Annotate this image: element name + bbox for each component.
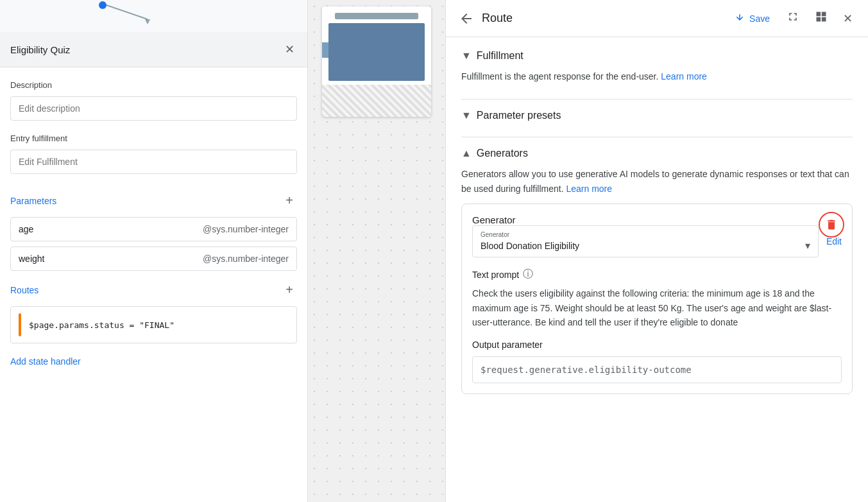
middle-canvas: [308, 0, 446, 502]
panel-title: Eligibility Quiz: [10, 44, 70, 55]
right-header-title: Route: [482, 12, 720, 25]
parameters-label: Parameters: [10, 196, 56, 206]
fulfillment-heading: Fulfillment: [477, 50, 523, 62]
canvas-card-side: [322, 42, 328, 58]
add-route-button[interactable]: +: [282, 281, 297, 299]
generator-card-title: Generator: [472, 214, 516, 225]
svg-marker-2: [145, 19, 150, 24]
edit-generator-button[interactable]: Edit: [826, 236, 842, 247]
close-button[interactable]: ✕: [282, 40, 297, 59]
grid-button[interactable]: [812, 8, 830, 29]
svg-line-1: [106, 5, 148, 19]
generators-section: ▲ Generators Generators allow you to use…: [461, 148, 853, 394]
route-text: $page.params.status = "FINAL": [29, 320, 174, 330]
output-label: Output parameter: [472, 340, 842, 350]
save-label: Save: [749, 13, 770, 24]
panel-body: Description Entry fulfillment Parameters…: [0, 67, 307, 502]
canvas-card: [322, 6, 431, 117]
header-icons: ✕: [784, 8, 855, 29]
routes-row: Routes +: [10, 281, 297, 299]
svg-point-0: [99, 1, 106, 9]
generators-learn-more-link[interactable]: Learn more: [566, 184, 612, 194]
generators-heading: Generators: [477, 148, 528, 159]
parameters-section: Parameters + age @sys.number-integer wei…: [10, 192, 297, 271]
close-right-button[interactable]: ✕: [840, 9, 855, 28]
parameter-presets-header: ▼ Parameter presets: [461, 110, 853, 121]
left-panel: Eligibility Quiz ✕ Description Entry ful…: [0, 0, 308, 502]
info-icon[interactable]: ⓘ: [523, 268, 533, 281]
routes-label: Routes: [10, 285, 38, 295]
canvas-card-footer: [322, 85, 431, 117]
param-age-type: @sys.number-integer: [203, 224, 289, 234]
add-parameter-button[interactable]: +: [282, 192, 297, 209]
select-text: Blood Donation Eligibility: [481, 241, 579, 251]
generator-card: Generator Generator Blood Donation Eligi…: [461, 203, 853, 394]
text-prompt-label: Text prompt ⓘ: [472, 268, 842, 281]
right-panel: Route Save ✕ ▼: [446, 0, 868, 502]
param-age-name: age: [19, 224, 203, 234]
prompt-text: Check the users eligibility against the …: [472, 286, 842, 329]
parameter-presets-chevron[interactable]: ▼: [461, 110, 472, 121]
fulfillment-chevron[interactable]: ▼: [461, 50, 472, 62]
select-value: Blood Donation Eligibility ▾: [481, 239, 810, 252]
chevron-down-icon: ▾: [805, 239, 810, 252]
generator-select-wrapper[interactable]: Generator Blood Donation Eligibility ▾: [472, 225, 819, 257]
parameter-presets-section: ▼ Parameter presets: [461, 110, 853, 121]
select-label: Generator: [481, 231, 810, 238]
save-button[interactable]: Save: [728, 9, 776, 28]
right-header: Route Save ✕: [446, 0, 868, 37]
param-weight-row: weight @sys.number-integer: [10, 247, 297, 271]
param-weight-type: @sys.number-integer: [203, 254, 289, 264]
generators-description: Generators allow you to use generative A…: [461, 167, 853, 196]
divider-2: [461, 137, 853, 137]
route-item[interactable]: $page.params.status = "FINAL": [10, 306, 297, 343]
panel-header: Eligibility Quiz ✕: [0, 32, 307, 67]
param-weight-name: weight: [19, 254, 203, 264]
canvas-card-header: [335, 13, 418, 19]
output-parameter-input[interactable]: [472, 356, 842, 383]
parameter-presets-heading: Parameter presets: [477, 110, 561, 121]
parameters-row: Parameters +: [10, 192, 297, 209]
fullscreen-button[interactable]: [784, 8, 802, 29]
back-button[interactable]: [459, 11, 474, 26]
param-age-row: age @sys.number-integer: [10, 217, 297, 241]
fulfillment-learn-more-link[interactable]: Learn more: [661, 71, 707, 82]
description-input[interactable]: [10, 96, 297, 121]
fulfillment-header: ▼ Fulfillment: [461, 50, 853, 62]
divider-1: [461, 99, 853, 100]
routes-section: Routes + $page.params.status = "FINAL": [10, 281, 297, 343]
entry-fulfillment-label: Entry fulfillment: [10, 134, 297, 143]
fulfillment-section: ▼ Fulfillment Fulfillment is the agent r…: [461, 50, 853, 83]
generators-chevron[interactable]: ▲: [461, 148, 472, 159]
text-prompt-text: Text prompt: [472, 270, 519, 280]
fulfillment-description: Fulfillment is the agent response for th…: [461, 69, 853, 83]
route-indicator: [19, 313, 21, 336]
generator-select-row: Generator Blood Donation Eligibility ▾ E…: [472, 225, 842, 257]
flow-connector: [0, 0, 307, 32]
right-body: ▼ Fulfillment Fulfillment is the agent r…: [446, 37, 868, 502]
entry-fulfillment-input[interactable]: [10, 150, 297, 174]
delete-generator-button[interactable]: [819, 212, 844, 238]
add-state-handler-button[interactable]: Add state handler: [10, 354, 81, 369]
generators-header: ▲ Generators: [461, 148, 853, 159]
canvas-card-body: [328, 23, 425, 81]
description-label: Description: [10, 80, 297, 90]
